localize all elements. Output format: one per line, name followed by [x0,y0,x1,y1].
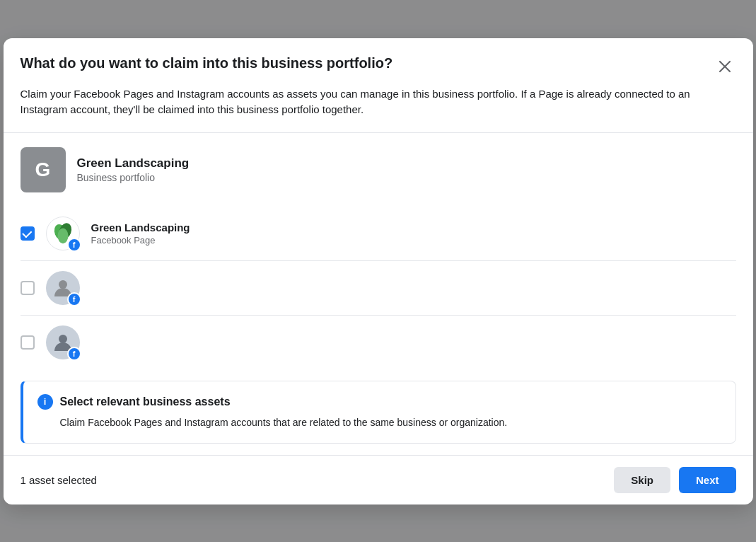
asset-item-2: f [21,261,736,316]
asset-type-1: Facebook Page [91,235,190,246]
fb-badge-1: f [67,238,81,252]
info-box-title-text: Select relevant business assets [60,396,231,408]
skip-button[interactable]: Skip [614,467,670,493]
business-details: Green Landscaping Business portfolio [77,156,190,183]
modal-overlay: What do you want to claim into this busi… [0,0,756,542]
asset-count-label: 1 asset selected [21,474,97,486]
asset-list: f Green Landscaping Facebook Page [4,207,753,369]
svg-point-6 [59,335,67,343]
info-box-title-row: i Select relevant business assets [37,394,721,410]
asset-checkbox-1[interactable] [21,226,35,241]
modal-footer: 1 asset selected Skip Next [4,455,753,504]
business-info-section: G Green Landscaping Business portfolio [4,133,753,207]
modal-description: Claim your Facebook Pages and Instagram … [4,78,753,132]
fb-badge-3: f [67,347,81,361]
asset-icon-wrap-3: f [46,325,80,359]
asset-checkbox-3[interactable] [21,335,35,350]
modal-header: What do you want to claim into this busi… [4,38,753,78]
asset-text-1: Green Landscaping Facebook Page [91,221,190,246]
business-avatar: G [21,147,66,192]
asset-checkbox-2[interactable] [21,281,35,295]
claim-assets-modal: What do you want to claim into this busi… [4,38,753,504]
fb-badge-2: f [67,292,81,306]
asset-icon-wrap-1: f [46,217,80,250]
info-box: i Select relevant business assets Claim … [21,381,736,444]
info-box-text: Claim Facebook Pages and Instagram accou… [37,415,721,430]
close-button[interactable] [714,55,736,78]
next-button[interactable]: Next [679,467,736,493]
business-name: Green Landscaping [77,156,190,171]
svg-point-5 [59,280,67,289]
svg-point-4 [57,228,68,243]
business-type: Business portfolio [77,172,190,183]
asset-icon-wrap-2: f [46,271,80,305]
info-icon: i [37,394,53,410]
asset-name-1: Green Landscaping [91,221,190,233]
footer-actions: Skip Next [614,467,735,493]
close-icon [719,60,731,73]
asset-item-1: f Green Landscaping Facebook Page [21,207,736,261]
modal-title: What do you want to claim into this busi… [21,55,714,71]
asset-item-3: f [21,316,736,369]
